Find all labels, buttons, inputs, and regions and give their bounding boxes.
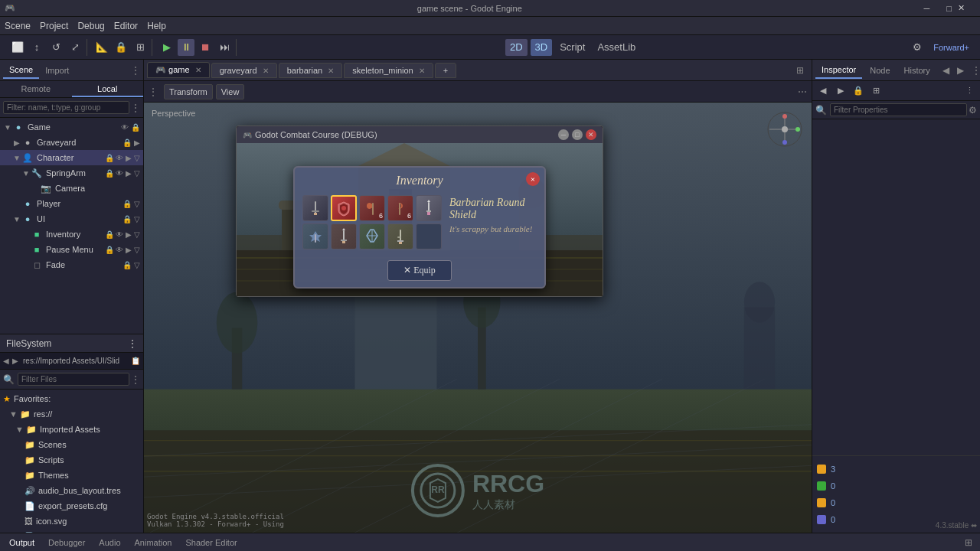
- fs-scripts[interactable]: 📁 Scripts: [0, 452, 143, 468]
- fs-scenes[interactable]: 📁 Scenes: [0, 437, 143, 452]
- fs-filter-input[interactable]: [18, 373, 129, 386]
- fs-imported-assets[interactable]: ▼ 📁 Imported Assets: [0, 422, 143, 437]
- fs-imported-arrow[interactable]: ▼: [15, 425, 24, 434]
- fs-export-presets[interactable]: 📄 export_presets.cfg: [0, 498, 143, 514]
- fs-root[interactable]: ▼ 📁 res://: [0, 406, 143, 422]
- win-minimize[interactable]: ─: [924, 4, 930, 13]
- toolbar-transform-btn[interactable]: ↕: [28, 39, 45, 56]
- tree-item-springarm[interactable]: ▼ 🔧 SpringArm 🔒 👁 ▶ ▽: [0, 165, 143, 181]
- inspector-more-btn[interactable]: ⋮: [962, 83, 977, 99]
- fs-readme[interactable]: 📄 README.md: [0, 529, 143, 533]
- bottom-maximize-btn[interactable]: ⊞: [960, 537, 977, 548]
- inv-slot-9[interactable]: [416, 223, 442, 249]
- fs-options-btn[interactable]: ⋮: [128, 338, 137, 349]
- tree-item-player[interactable]: ● Player 🔒 ▽: [0, 196, 143, 211]
- tab-scene[interactable]: Scene: [3, 62, 39, 79]
- inspector-expand-btn[interactable]: ⊞: [868, 83, 884, 99]
- tree-item-pausemenu[interactable]: ■ Pause Menu 🔒 👁 ▶ ▽: [0, 242, 143, 257]
- toolbar-snap-btn[interactable]: 📐: [93, 39, 110, 56]
- inspector-history-btn[interactable]: ◀: [815, 83, 831, 99]
- fs-icon-svg[interactable]: 🖼 icon.svg: [0, 514, 143, 529]
- tab-history[interactable]: History: [898, 63, 936, 78]
- toolbar-assetlib-mode[interactable]: AssetLib: [593, 39, 640, 56]
- fs-filter-options[interactable]: ⋮: [131, 374, 140, 385]
- inspector-options[interactable]: ⋮: [969, 65, 980, 76]
- vp-close-game[interactable]: ✕: [195, 66, 201, 74]
- win-close[interactable]: ✕: [958, 3, 965, 13]
- scene-options-btn[interactable]: ⋮: [131, 65, 140, 76]
- toolbar-3d-mode[interactable]: 3D: [531, 39, 553, 56]
- add-tab-btn[interactable]: +: [435, 63, 456, 78]
- view-btn[interactable]: View: [216, 84, 245, 99]
- viewport-layout-btn[interactable]: ⊞: [792, 65, 808, 76]
- game-window[interactable]: 🎮 Godot Combat Course (DEBUG) ─ □ ✕: [236, 126, 603, 297]
- bottom-tab-debugger[interactable]: Debugger: [42, 536, 91, 549]
- tree-arrow-character[interactable]: ▼: [12, 154, 21, 162]
- vp-tab-game[interactable]: 🎮 game ✕: [147, 62, 210, 78]
- fs-nav-back[interactable]: ◀: [3, 357, 9, 365]
- menu-editor[interactable]: Editor: [114, 21, 138, 31]
- bottom-tab-shader[interactable]: Shader Editor: [179, 536, 243, 549]
- inspector-filter-input[interactable]: [830, 103, 967, 116]
- vp-tab-skeleton[interactable]: skeleton_minion ✕: [344, 63, 433, 78]
- inv-slot-5[interactable]: [302, 223, 328, 249]
- viewport-more-btn[interactable]: ⋯: [798, 86, 807, 97]
- menu-scene[interactable]: Scene: [5, 21, 31, 31]
- inventory-equip-btn[interactable]: ✕ Equip: [387, 260, 452, 281]
- transform-btn[interactable]: Transform: [164, 84, 213, 99]
- toolbar-scale-btn[interactable]: ⤢: [67, 39, 83, 56]
- fs-layout-btn[interactable]: 📋: [131, 357, 140, 365]
- inv-slot-7[interactable]: [359, 223, 385, 249]
- inspector-lock-btn[interactable]: 🔒: [851, 83, 866, 99]
- menu-project[interactable]: Project: [40, 21, 68, 31]
- local-tab[interactable]: Local: [72, 81, 144, 97]
- inv-slot-4[interactable]: [416, 195, 442, 221]
- inspector-filter-options[interactable]: ⚙: [969, 105, 977, 116]
- inv-slot-0[interactable]: [302, 195, 328, 221]
- scene-filter-input[interactable]: [3, 101, 129, 114]
- inv-slot-2[interactable]: 6: [359, 195, 385, 221]
- vp-close-barbarian[interactable]: ✕: [328, 67, 334, 75]
- tree-item-camera[interactable]: 📷 Camera: [0, 181, 143, 196]
- tree-item-fade[interactable]: ◻ Fade 🔒 ▽: [0, 257, 143, 272]
- vp-tab-barbarian[interactable]: barbarian ✕: [279, 63, 343, 78]
- inv-slot-8[interactable]: [387, 223, 413, 249]
- tree-item-graveyard[interactable]: ▶ ● Graveyard 🔒 ▶: [0, 135, 143, 150]
- menu-debug[interactable]: Debug: [77, 21, 104, 31]
- tree-item-ui[interactable]: ▼ ● UI 🔒 ▽: [0, 211, 143, 227]
- vp-tab-graveyard[interactable]: graveyard ✕: [211, 63, 277, 78]
- inv-slot-1[interactable]: [331, 195, 357, 221]
- game-win-maximize[interactable]: □: [572, 129, 583, 140]
- menu-help[interactable]: Help: [147, 21, 166, 31]
- bottom-tab-audio[interactable]: Audio: [93, 536, 126, 549]
- tree-item-inventory[interactable]: ■ Inventory 🔒 👁 ▶ ▽: [0, 227, 143, 242]
- toolbar-script-mode[interactable]: Script: [555, 39, 590, 56]
- tab-node[interactable]: Node: [864, 63, 896, 78]
- fs-themes[interactable]: 📁 Themes: [0, 468, 143, 483]
- remote-tab[interactable]: Remote: [0, 81, 72, 97]
- inventory-close-btn[interactable]: ×: [526, 172, 540, 186]
- toolbar-step-btn[interactable]: ⏭: [216, 39, 233, 56]
- toolbar-lock-btn[interactable]: 🔒: [113, 39, 129, 56]
- toolbar-play-btn[interactable]: ▶: [158, 39, 175, 56]
- inventory-dialog[interactable]: Inventory ×: [293, 166, 546, 289]
- fs-root-arrow[interactable]: ▼: [9, 409, 18, 419]
- tree-item-game[interactable]: ▼ ● Game 👁 🔒: [0, 119, 143, 135]
- tree-arrow-springarm[interactable]: ▼: [21, 169, 31, 178]
- toolbar-2d-btn[interactable]: ⬜: [9, 39, 26, 56]
- fs-nav-forward[interactable]: ▶: [12, 357, 18, 365]
- bottom-tab-output[interactable]: Output: [3, 536, 41, 549]
- vp-close-graveyard[interactable]: ✕: [263, 67, 269, 75]
- vp-close-skeleton[interactable]: ✕: [419, 67, 425, 75]
- inspector-forward-btn[interactable]: ▶: [833, 83, 848, 99]
- tree-arrow-graveyard[interactable]: ▶: [12, 139, 21, 147]
- game-win-minimize[interactable]: ─: [558, 129, 569, 140]
- inspector-nav-prev[interactable]: ◀: [939, 65, 952, 76]
- inv-slot-6[interactable]: [331, 223, 357, 249]
- tree-arrow-ui[interactable]: ▼: [12, 215, 21, 223]
- win-maximize[interactable]: □: [946, 4, 952, 13]
- inv-slot-3[interactable]: 6: [387, 195, 413, 221]
- tab-import[interactable]: Import: [39, 63, 75, 78]
- tab-inspector[interactable]: Inspector: [815, 62, 862, 79]
- filter-options-btn[interactable]: ⋮: [131, 103, 140, 113]
